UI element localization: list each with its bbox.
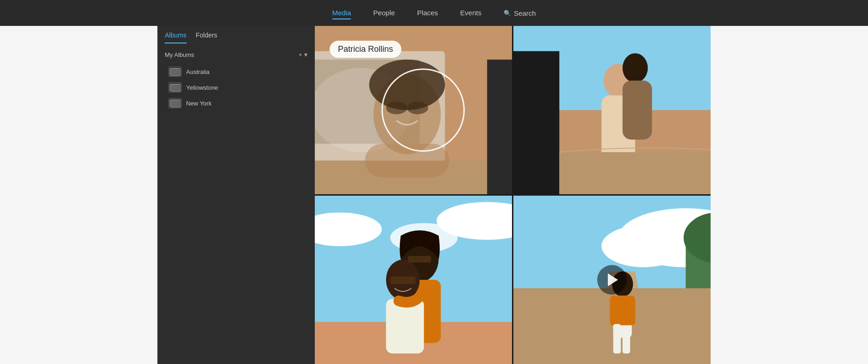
tab-albums[interactable]: Albums: [165, 31, 187, 43]
svg-rect-2: [170, 84, 180, 91]
sidebar: Albums Folders My Albums + ▾: [157, 26, 315, 364]
svg-rect-37: [408, 256, 431, 263]
svg-rect-12: [487, 60, 512, 194]
person-name-tag: Patricia Rollins: [330, 41, 401, 58]
photo-cell-top-right[interactable]: [513, 26, 711, 194]
photo-cell-top-left[interactable]: Patricia Rollins: [315, 26, 512, 194]
top-navigation: Media People Places Events 🔍 Search: [0, 0, 868, 26]
svg-rect-3: [171, 85, 180, 90]
search-icon: 🔍: [504, 10, 511, 17]
photo-content-area: Patricia Rollins: [315, 26, 711, 364]
my-albums-section: My Albums + ▾: [157, 43, 315, 118]
album-item-new-york[interactable]: New York: [165, 95, 307, 111]
svg-rect-1: [171, 69, 180, 74]
album-thumbnail-yellowstone: [169, 82, 181, 93]
photo-cell-bottom-right[interactable]: [513, 196, 711, 364]
nav-places[interactable]: Places: [417, 7, 438, 19]
svg-point-23: [623, 53, 648, 83]
album-label-australia: Australia: [186, 68, 210, 75]
album-item-yellowstone[interactable]: Yellowstone: [165, 80, 307, 95]
svg-rect-36: [390, 277, 416, 284]
nav-media[interactable]: Media: [332, 7, 351, 19]
left-panel: [0, 26, 157, 364]
my-albums-header: My Albums + ▾: [165, 51, 307, 58]
sidebar-tabs: Albums Folders: [157, 26, 315, 43]
svg-rect-20: [513, 51, 559, 194]
photo-cell-bottom-left[interactable]: [315, 196, 512, 364]
svg-rect-4: [170, 100, 180, 107]
album-label-new-york: New York: [186, 100, 212, 107]
video-play-button[interactable]: [597, 265, 627, 295]
nav-events[interactable]: Events: [460, 7, 481, 19]
add-album-button[interactable]: + ▾: [299, 51, 307, 58]
tab-folders[interactable]: Folders: [196, 31, 218, 43]
nav-people[interactable]: People: [373, 7, 395, 19]
svg-point-40: [601, 225, 686, 267]
svg-rect-0: [170, 68, 180, 75]
search-label: Search: [514, 9, 536, 17]
search-button[interactable]: 🔍 Search: [504, 9, 536, 17]
svg-rect-48: [623, 326, 630, 353]
play-triangle-icon: [608, 273, 618, 286]
svg-rect-5: [171, 100, 180, 105]
face-circle: [381, 68, 465, 152]
svg-rect-24: [623, 80, 652, 139]
album-thumbnail-australia: [169, 67, 181, 77]
plus-icon: +: [299, 51, 302, 58]
my-albums-title: My Albums: [165, 51, 194, 58]
svg-rect-26: [559, 152, 711, 194]
photo-grid: Patricia Rollins: [315, 26, 711, 364]
album-thumbnail-new-york: [169, 98, 181, 108]
chevron-down-icon: ▾: [304, 51, 307, 58]
svg-rect-46: [610, 296, 635, 326]
svg-rect-47: [613, 324, 621, 354]
album-item-australia[interactable]: Australia: [165, 64, 307, 80]
album-label-yellowstone: Yellowstone: [186, 84, 218, 91]
right-panel: [711, 26, 868, 364]
